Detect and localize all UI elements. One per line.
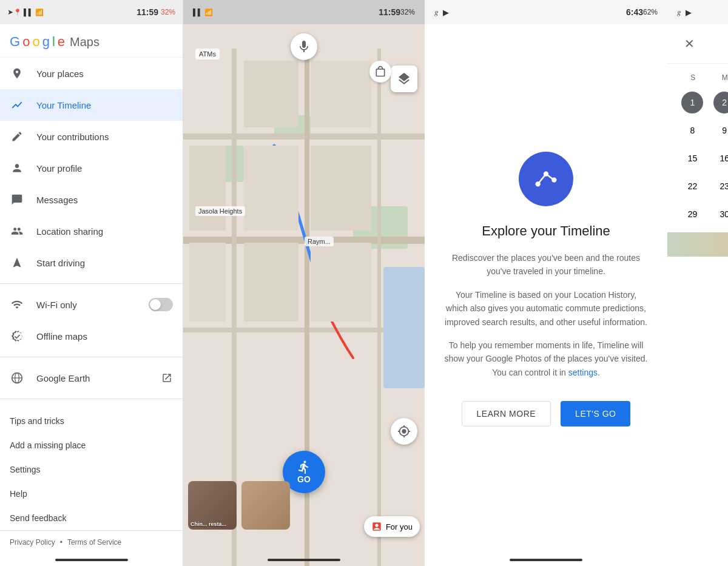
- thumbnail-bg-2: [241, 481, 290, 530]
- nav-arrow-icon: ➤: [7, 8, 13, 16]
- timeline-icon: [10, 98, 24, 112]
- wifi-toggle[interactable]: [149, 298, 173, 311]
- messages-icon: [10, 192, 24, 207]
- cal-day-wrapper-16: 16: [709, 145, 728, 172]
- cal-day-22[interactable]: 22: [681, 175, 703, 197]
- wifi-icon: 📶: [35, 8, 44, 16]
- logo-letter-o1: o: [22, 34, 30, 50]
- lets-go-button[interactable]: LET'S GO: [561, 401, 630, 426]
- status-icons-1: 📍 ▌▌ 📶: [13, 8, 44, 16]
- timeline-content: Explore your Timeline Rediscover the pla…: [425, 24, 667, 554]
- privacy-policy-link[interactable]: Privacy Policy: [10, 538, 55, 547]
- status-bar-3: 𝑔 ▶ 6:43 62%: [425, 0, 667, 24]
- nav-help[interactable]: Help: [0, 482, 183, 506]
- nav-item-google-earth[interactable]: Google Earth: [0, 362, 183, 394]
- nav-item-wifi-only[interactable]: Wi-Fi only: [0, 289, 183, 320]
- location-target-button[interactable]: [391, 418, 417, 445]
- nav-label-offline-maps: Offline maps: [36, 331, 173, 342]
- g-icon-3: 𝑔: [434, 7, 439, 17]
- thumbnail-2[interactable]: [241, 481, 290, 530]
- map-panel: ▌▌ 📶 11:59 32%: [183, 0, 425, 566]
- no-visited-places: No visited places: [667, 257, 728, 315]
- nav-settings[interactable]: Settings: [0, 457, 183, 482]
- status-icons-4: 𝑔 ▶: [677, 7, 692, 17]
- nav-label-your-timeline: Your Timeline: [36, 100, 173, 110]
- timeline-desc3-text: To help you remember moments in life, Ti…: [445, 340, 648, 377]
- calendar-grid: S M T W T F S 1 2 3 4 5: [667, 64, 728, 232]
- weekday-m: M: [709, 69, 728, 87]
- nav-add-place[interactable]: Add a missing place: [0, 433, 183, 457]
- svg-rect-15: [189, 146, 226, 231]
- thumbnail-1[interactable]: Chin... resta...: [188, 481, 237, 530]
- clock-1: 11:59: [136, 7, 158, 17]
- clock-2: 11:59: [379, 7, 400, 17]
- weekday-s1: S: [677, 69, 709, 87]
- status-bar-2: ▌▌ 📶 11:59 32%: [183, 0, 425, 24]
- calendar-title-area: December 2019 ▲: [699, 38, 728, 50]
- calendar-weekdays: S M T W T F S: [677, 69, 728, 87]
- timeline-panel: 𝑔 ▶ 6:43 62% Explore your Timeline Redis…: [425, 0, 667, 566]
- home-indicator-3: [425, 554, 667, 566]
- logo-letter-g: G: [10, 34, 20, 50]
- nav-item-location-sharing[interactable]: Location sharing: [0, 215, 183, 247]
- nav-item-start-driving[interactable]: Start driving: [0, 247, 183, 278]
- cal-day-2[interactable]: 2: [713, 92, 728, 113]
- cal-day-1[interactable]: 1: [681, 92, 703, 113]
- settings-link[interactable]: settings: [568, 368, 598, 377]
- cal-day-15[interactable]: 15: [681, 147, 703, 169]
- svg-rect-13: [244, 61, 298, 127]
- status-icons-3: 𝑔 ▶: [434, 7, 449, 17]
- nav-item-your-timeline[interactable]: Your Timeline: [0, 89, 183, 121]
- secondary-nav: Tips and tricks Add a missing place Sett…: [0, 404, 183, 530]
- learn-more-button[interactable]: LEARN MORE: [462, 401, 551, 426]
- nav-section: Your places Your Timeline Your contribut…: [0, 58, 183, 530]
- nav-divider-3: [0, 399, 183, 399]
- maps-drawer-panel: ➤ 📍 ▌▌ 📶 11:59 32% Google Maps Your plac…: [0, 0, 183, 566]
- layers-button[interactable]: [391, 66, 417, 92]
- shopping-icon-btn[interactable]: [369, 61, 391, 83]
- nav-item-offline-maps[interactable]: Offline maps: [0, 320, 183, 352]
- nav-item-your-places[interactable]: Your places: [0, 58, 183, 89]
- svg-rect-16: [244, 146, 298, 231]
- calendar-header: ✕ December 2019 ▲ ⋮: [667, 24, 728, 64]
- nav-item-your-profile[interactable]: Your profile: [0, 152, 183, 184]
- home-indicator-1: [0, 554, 183, 566]
- for-you-button[interactable]: For you: [364, 516, 420, 537]
- nav-label-your-profile: Your profile: [36, 163, 173, 174]
- svg-rect-19: [244, 243, 298, 322]
- cal-day-9[interactable]: 9: [713, 120, 728, 141]
- terms-of-service-link[interactable]: Terms of Service: [67, 538, 121, 547]
- microphone-button[interactable]: [291, 33, 317, 60]
- cal-day-30[interactable]: 30: [713, 203, 728, 225]
- status-icons-2: ▌▌ 📶: [193, 8, 213, 16]
- timeline-title: Explore your Timeline: [482, 223, 610, 239]
- svg-rect-21: [383, 267, 425, 388]
- cal-day-29[interactable]: 29: [681, 203, 703, 225]
- nav-send-feedback[interactable]: Send feedback: [0, 506, 183, 530]
- svg-rect-20: [311, 243, 371, 322]
- nav-label-contributions: Your contributions: [36, 132, 173, 142]
- nav-item-messages[interactable]: Messages: [0, 184, 183, 215]
- cal-day-8[interactable]: 8: [681, 120, 703, 141]
- cal-day-23[interactable]: 23: [713, 175, 728, 197]
- places-icon: [10, 66, 24, 81]
- home-indicator-2: [268, 559, 340, 561]
- calendar-close-button[interactable]: ✕: [679, 34, 699, 53]
- calendar-days: 1 2 3 4 5 6 7 8: [677, 89, 728, 227]
- for-you-label: For you: [386, 522, 413, 531]
- logo-letter-l: l: [52, 34, 55, 50]
- timeline-svg-icon: [531, 164, 561, 194]
- svg-rect-14: [311, 61, 371, 127]
- timeline-icon-circle: [519, 152, 573, 206]
- nav-tips-tricks[interactable]: Tips and tricks: [0, 409, 183, 433]
- driving-icon: [10, 255, 24, 270]
- timeline-desc-2: Your Timeline is based on your Location …: [444, 288, 648, 329]
- cal-day-16[interactable]: 16: [713, 147, 728, 169]
- offline-maps-icon: [10, 329, 24, 343]
- cal-day-wrapper-1: 1: [677, 89, 708, 116]
- svg-rect-7: [183, 133, 425, 140]
- signal-2-icon: ▌▌: [193, 8, 203, 16]
- home-bar-3: [510, 559, 582, 561]
- nav-item-your-contributions[interactable]: Your contributions: [0, 121, 183, 152]
- timeline-desc-3: To help you remember moments in life, Ti…: [444, 339, 648, 379]
